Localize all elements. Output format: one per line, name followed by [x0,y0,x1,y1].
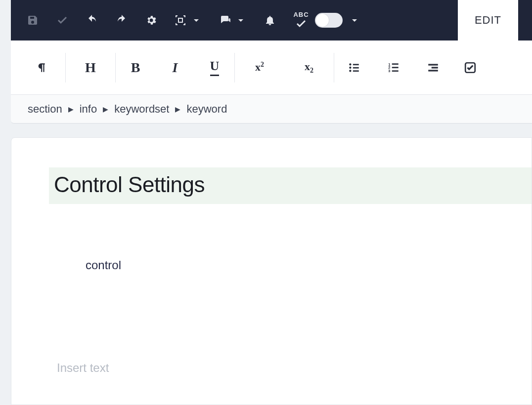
checkbox-icon [464,61,477,74]
document-title-block[interactable]: Control Settings [49,167,532,204]
svg-rect-11 [392,67,399,68]
superscript-button[interactable]: x2 [235,53,284,82]
chevron-right-icon: ▶ [175,105,180,113]
chevron-right-icon: ▶ [68,105,74,113]
save-icon [27,14,39,26]
spellcheck-button[interactable]: ABC [293,11,309,30]
breadcrumb-item-info[interactable]: info [80,103,97,116]
superscript-icon: x2 [255,61,264,74]
keyword-text[interactable]: control [86,258,532,272]
svg-rect-0 [178,18,182,22]
svg-rect-12 [392,70,399,72]
svg-rect-13 [428,64,438,65]
check-icon [295,18,307,30]
frame-dropdown[interactable] [166,0,211,40]
bullet-list-icon [348,61,360,74]
secondary-tab-slab[interactable] [518,0,525,40]
undo-button[interactable] [77,0,107,40]
svg-rect-6 [353,70,359,72]
align-right-icon [427,61,440,74]
svg-rect-10 [392,63,399,65]
numbered-list-icon: 123 [387,61,400,74]
subscript-button[interactable]: x2 [284,53,334,82]
spellcheck-label: ABC [293,11,309,18]
numbered-list-button[interactable]: 123 [374,53,413,82]
confirm-button[interactable] [47,0,77,40]
pilcrow-icon [34,61,47,74]
document-title: Control Settings [54,172,532,197]
heading-button[interactable]: H [66,53,115,82]
spellcheck-toggle-group: ABC [285,0,369,40]
heading-icon: H [85,61,96,75]
top-toolbar: ABC EDIT [11,0,532,40]
align-button[interactable] [413,53,453,82]
svg-rect-5 [353,67,359,68]
bullet-list-button[interactable] [334,53,374,82]
spellcheck-toggle[interactable] [315,13,343,28]
underline-button[interactable]: U [195,53,234,82]
insert-text-placeholder[interactable]: Insert text [57,361,532,375]
underline-icon: U [210,59,220,76]
check-icon [56,14,68,26]
svg-text:3: 3 [388,68,390,73]
bell-icon [264,14,276,26]
undo-icon [86,14,98,26]
chevron-down-icon [190,14,202,26]
svg-point-3 [349,70,351,72]
redo-button[interactable] [107,0,136,40]
save-button[interactable] [18,0,47,40]
breadcrumb: section ▶ info ▶ keywordset ▶ keyword [11,95,532,123]
paragraph-style-button[interactable] [16,53,65,82]
settings-button[interactable] [136,0,166,40]
checkbox-button[interactable] [453,53,488,82]
italic-button[interactable]: I [155,53,195,82]
edit-tab[interactable]: EDIT [458,0,518,40]
bold-button[interactable]: B [116,53,155,82]
svg-rect-4 [353,64,359,65]
chevron-down-icon [235,14,247,26]
comments-dropdown[interactable] [211,0,255,40]
subscript-icon: x2 [305,60,313,75]
chevron-down-icon[interactable] [349,14,360,26]
comments-icon [219,14,231,26]
svg-rect-15 [428,70,438,71]
frame-icon [175,14,186,26]
italic-icon: I [173,61,178,75]
svg-rect-14 [432,67,438,68]
edit-tab-label: EDIT [475,14,501,27]
format-toolbar: H B I U x2 x2 123 [11,40,532,95]
chevron-right-icon: ▶ [103,105,108,113]
svg-point-2 [349,66,351,68]
gear-icon [145,14,157,26]
svg-point-1 [349,63,351,65]
editor-pane[interactable]: Control Settings control Insert text [11,137,532,405]
breadcrumb-item-section[interactable]: section [28,103,62,116]
notifications-button[interactable] [255,0,285,40]
bold-icon: B [131,61,140,75]
breadcrumb-item-keywordset[interactable]: keywordset [114,103,169,116]
breadcrumb-item-keyword[interactable]: keyword [186,103,227,116]
redo-icon [116,14,128,26]
